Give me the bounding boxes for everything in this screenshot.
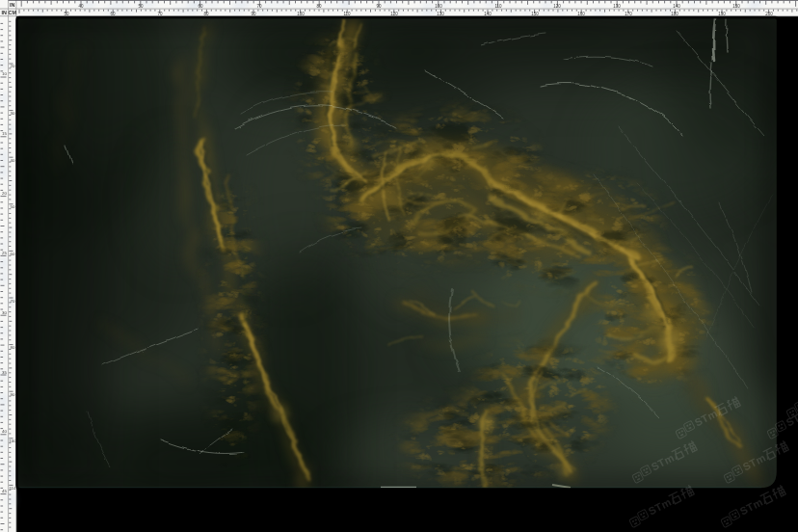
svg-text:20: 20 [11,64,15,68]
svg-text:150: 150 [732,4,740,9]
svg-text:100: 100 [435,4,442,9]
svg-text:90: 90 [376,4,382,9]
svg-text:40: 40 [2,429,7,434]
svg-text:40: 40 [78,4,84,9]
svg-text:40: 40 [11,158,15,163]
svg-text:120: 120 [553,4,561,9]
svg-text:100: 100 [9,439,16,443]
svg-text:80: 80 [11,345,15,350]
svg-text:60: 60 [198,4,203,9]
svg-text:70: 70 [11,299,15,304]
svg-text:50: 50 [11,204,15,209]
svg-text:45: 45 [2,489,7,493]
svg-text:CM: CM [9,10,17,15]
svg-text:IN: IN [1,10,6,15]
svg-text:110: 110 [10,486,17,491]
svg-text:130: 130 [613,4,621,9]
svg-text:15: 15 [2,131,7,136]
svg-text:10: 10 [2,71,7,76]
svg-text:35: 35 [2,370,7,375]
svg-text:60: 60 [11,252,15,256]
svg-text:80: 80 [316,4,322,9]
svg-text:140: 140 [673,4,680,9]
svg-text:IN: IN [10,2,14,8]
svg-text:20: 20 [2,191,7,196]
svg-text:110: 110 [494,4,502,9]
svg-text:30: 30 [11,111,15,116]
svg-text:90: 90 [11,392,15,397]
svg-text:30: 30 [2,310,7,315]
svg-text:25: 25 [2,251,7,255]
svg-text:70: 70 [256,4,262,9]
svg-text:50: 50 [138,4,144,9]
